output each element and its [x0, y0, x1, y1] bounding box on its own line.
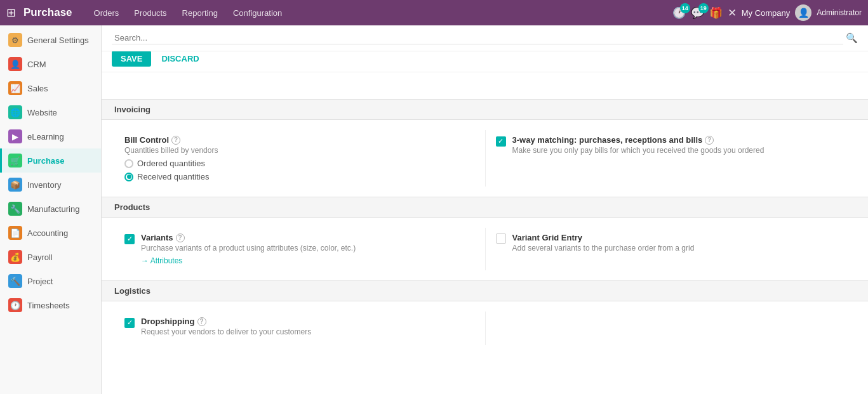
- user-avatar[interactable]: 👤: [795, 4, 811, 21]
- nav-orders[interactable]: Orders: [88, 6, 126, 20]
- sidebar-item-purchase[interactable]: 🛒 Purchase: [0, 148, 101, 173]
- sidebar-label-timesheets: Timesheets: [27, 301, 70, 310]
- timesheets-icon: 🕐: [8, 298, 22, 312]
- user-name[interactable]: Administrator: [817, 8, 862, 17]
- company-label[interactable]: My Company: [742, 8, 791, 18]
- gift-icon[interactable]: 🎁: [709, 6, 723, 20]
- sidebar-item-sales[interactable]: 📈 Sales: [0, 76, 101, 100]
- variant-grid-title: Variant Grid Entry: [512, 233, 695, 242]
- bill-control-col: Bill Control ? Quantities billed by vend…: [114, 130, 485, 187]
- three-way-desc: Make sure you only pay bills for which y…: [512, 146, 765, 155]
- sidebar-label-payroll: Payroll: [27, 253, 53, 262]
- general-settings-icon: ⚙: [8, 33, 22, 47]
- accounting-icon: 📄: [8, 226, 22, 240]
- sidebar-item-general-settings[interactable]: ⚙ General Settings: [0, 28, 101, 52]
- clock-badge: 14: [680, 3, 690, 13]
- sidebar-item-timesheets[interactable]: 🕐 Timesheets: [0, 293, 101, 317]
- content-scroll: Invoicing Bill Control ? Quantities bill…: [102, 99, 868, 394]
- sidebar-label-purchase: Purchase: [27, 156, 65, 166]
- three-way-col: ✓ 3-way matching: purchases, receptions …: [485, 130, 856, 187]
- main-content: Settings SAVE DISCARD 🔍 Invoicing Bill C…: [102, 25, 868, 394]
- sidebar-item-payroll[interactable]: 💰 Payroll: [0, 245, 101, 269]
- three-way-title: 3-way matching: purchases, receptions an…: [512, 135, 765, 145]
- variants-desc: Purchase variants of a product using att…: [141, 244, 356, 253]
- purchase-icon: 🛒: [8, 154, 22, 167]
- variant-grid-checkbox[interactable]: [496, 233, 506, 244]
- sidebar-item-elearning[interactable]: ▶ eLearning: [0, 124, 101, 148]
- sidebar-item-website[interactable]: 🌐 Website: [0, 100, 101, 124]
- top-navigation: ⊞ Purchase Orders Products Reporting Con…: [0, 0, 868, 25]
- attributes-link[interactable]: → Attributes: [141, 256, 356, 265]
- bill-control-title: Bill Control ?: [124, 135, 475, 145]
- variant-grid-row: Variant Grid Entry Add several variants …: [496, 233, 846, 256]
- clock-badge-icon[interactable]: 🕐 14: [672, 6, 686, 20]
- dropshipping-checkbox[interactable]: ✓: [124, 318, 135, 328]
- elearning-icon: ▶: [8, 129, 22, 143]
- manufacturing-icon: 🔧: [8, 202, 22, 216]
- variants-checkbox[interactable]: ✓: [124, 234, 135, 244]
- variants-row: ✓ Variants ? Purchase variants of a prod…: [124, 233, 475, 265]
- dropshipping-title: Dropshipping ?: [141, 317, 311, 326]
- bill-control-radio-group: Ordered quantities Received quantities: [124, 159, 475, 181]
- sidebar-label-website: Website: [27, 108, 57, 117]
- variants-title: Variants ?: [141, 233, 356, 242]
- crm-icon: 👤: [8, 57, 22, 71]
- sidebar-item-project[interactable]: 🔨 Project: [0, 269, 101, 293]
- discard-button[interactable]: DISCARD: [156, 51, 204, 67]
- radio-received-label: Received quantities: [137, 172, 209, 181]
- project-icon: 🔨: [8, 274, 22, 288]
- search-bar-container: 🔍: [102, 25, 868, 51]
- dropshipping-desc: Request your vendors to deliver to your …: [141, 327, 311, 336]
- sidebar-item-accounting[interactable]: 📄 Accounting: [0, 221, 101, 245]
- variants-help-icon[interactable]: ?: [176, 233, 185, 242]
- bill-control-desc: Quantities billed by vendors: [124, 146, 475, 155]
- sales-icon: 📈: [8, 81, 22, 95]
- message-badge-icon[interactable]: 💬 19: [691, 6, 704, 20]
- search-input[interactable]: [112, 32, 843, 44]
- message-badge: 19: [698, 3, 709, 13]
- logistics-empty-col: [485, 312, 856, 345]
- app-title: Purchase: [23, 6, 72, 19]
- sidebar-label-crm: CRM: [27, 60, 46, 69]
- section-products-header: Products: [102, 197, 868, 218]
- website-icon: 🌐: [8, 105, 22, 119]
- section-logistics-header: Logistics: [102, 280, 868, 301]
- radio-received-circle: [124, 173, 133, 181]
- search-icon[interactable]: 🔍: [846, 32, 858, 44]
- close-icon[interactable]: ✕: [728, 6, 737, 20]
- nav-right: 🕐 14 💬 19 🎁 ✕ My Company 👤 Administrator: [672, 4, 862, 21]
- grid-icon[interactable]: ⊞: [6, 6, 16, 20]
- sidebar-item-manufacturing[interactable]: 🔧 Manufacturing: [0, 197, 101, 221]
- sidebar-item-inventory[interactable]: 📦 Inventory: [0, 173, 101, 197]
- sidebar-label-project: Project: [27, 277, 53, 286]
- nav-configuration[interactable]: Configuration: [227, 6, 288, 20]
- variants-col: ✓ Variants ? Purchase variants of a prod…: [114, 228, 485, 270]
- sidebar-label-general-settings: General Settings: [27, 36, 89, 45]
- radio-ordered[interactable]: Ordered quantities: [124, 159, 475, 168]
- three-way-checkbox[interactable]: ✓: [496, 136, 506, 147]
- dropshipping-row: ✓ Dropshipping ? Request your vendors to…: [124, 317, 475, 340]
- nav-products[interactable]: Products: [128, 6, 173, 20]
- sidebar-label-elearning: eLearning: [27, 132, 64, 141]
- bill-control-help-icon[interactable]: ?: [171, 136, 180, 145]
- save-button[interactable]: SAVE: [112, 51, 151, 67]
- nav-reporting[interactable]: Reporting: [176, 6, 224, 20]
- radio-received[interactable]: Received quantities: [124, 172, 475, 181]
- three-way-help-icon[interactable]: ?: [705, 136, 714, 145]
- inventory-icon: 📦: [8, 178, 22, 192]
- three-way-row: ✓ 3-way matching: purchases, receptions …: [496, 135, 846, 159]
- sidebar-label-sales: Sales: [27, 84, 48, 93]
- radio-ordered-circle: [124, 159, 133, 168]
- sidebar: ⚙ General Settings 👤 CRM 📈 Sales 🌐 Websi…: [0, 25, 102, 394]
- section-logistics-body: ✓ Dropshipping ? Request your vendors to…: [102, 301, 868, 355]
- sidebar-label-accounting: Accounting: [27, 228, 68, 238]
- dropshipping-col: ✓ Dropshipping ? Request your vendors to…: [114, 312, 485, 345]
- radio-ordered-label: Ordered quantities: [137, 159, 205, 168]
- section-invoicing-body: Bill Control ? Quantities billed by vend…: [102, 120, 868, 197]
- variant-grid-col: Variant Grid Entry Add several variants …: [485, 228, 856, 270]
- nav-links: Orders Products Reporting Configuration: [88, 6, 667, 20]
- dropshipping-help-icon[interactable]: ?: [197, 317, 206, 326]
- section-invoicing-header: Invoicing: [102, 99, 868, 120]
- sidebar-item-crm[interactable]: 👤 CRM: [0, 52, 101, 76]
- payroll-icon: 💰: [8, 250, 22, 264]
